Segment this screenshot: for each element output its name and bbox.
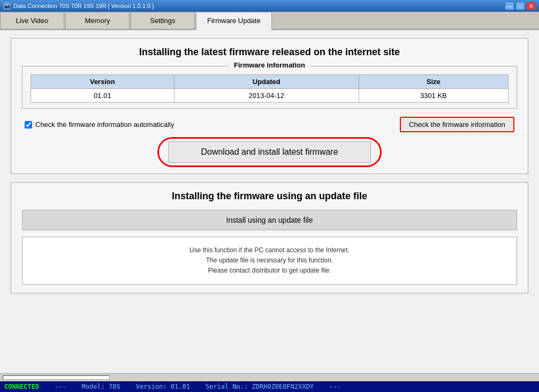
col-header-version: Version xyxy=(31,75,174,89)
cell-updated: 2013-04-12 xyxy=(174,89,359,103)
tab-settings[interactable]: Settings xyxy=(131,12,195,29)
status-separator2 xyxy=(317,383,325,390)
section-update-file: Installing the firmware using an update … xyxy=(11,182,528,293)
title-bar: 📷 Data Connection 70S 70R 19S 19R [ Vers… xyxy=(0,0,539,12)
info-line-2: The update file is necessary for this fu… xyxy=(31,255,508,266)
status-model-label: Model: 70S xyxy=(82,383,120,390)
info-line-3: Please contact distributor to get update… xyxy=(31,266,508,276)
tab-memory[interactable]: Memory xyxy=(65,12,130,29)
col-header-size: Size xyxy=(359,75,508,89)
title-bar-text: Data Connection 70S 70R 19S 19R [ Versio… xyxy=(13,3,505,9)
firmware-info-legend: Firmware information xyxy=(229,61,310,69)
download-btn-wrapper: Download and install latest firmware xyxy=(168,141,370,163)
status-model xyxy=(70,383,78,390)
tab-live-video[interactable]: Live Video xyxy=(0,12,64,29)
status-sep2: --- xyxy=(329,383,341,390)
status-bar: CONNECTED --- Model: 70S Version: 01.01 … xyxy=(0,373,539,392)
tabs-bar: Live Video Memory Settings Firmware Upda… xyxy=(0,12,539,30)
app-icon: 📷 xyxy=(3,2,11,10)
install-update-file-button[interactable]: Install using an update file xyxy=(22,210,517,230)
minimize-button[interactable]: — xyxy=(505,2,514,10)
firmware-info-group: Firmware information Version Updated Siz… xyxy=(22,66,517,109)
firmware-table: Version Updated Size 01.01 2013-04-12 33… xyxy=(31,74,508,103)
check-firmware-button[interactable]: Check the firmware information xyxy=(400,117,514,132)
table-row: 01.01 2013-04-12 3301 KB xyxy=(31,89,508,103)
maximize-button[interactable]: □ xyxy=(515,2,525,10)
auto-check-label[interactable]: Check the firmware information automatic… xyxy=(25,120,174,129)
status-sep1 xyxy=(43,383,50,390)
tab-firmware-update[interactable]: Firmware Update xyxy=(196,12,272,30)
close-button[interactable]: ✕ xyxy=(526,2,536,10)
col-header-updated: Updated xyxy=(174,75,359,89)
status-version: Version: 01.01 xyxy=(136,383,190,390)
status-serial: Serial No.: ZDRH0Z0E0FN2XXDY xyxy=(206,383,314,390)
section2-title: Installing the firmware using an update … xyxy=(22,191,517,202)
status-serial-label xyxy=(194,383,201,390)
download-btn-container: Download and install latest firmware xyxy=(22,139,517,165)
auto-check-checkbox[interactable] xyxy=(25,121,32,129)
title-bar-buttons: — □ ✕ xyxy=(505,2,536,10)
status-version-label xyxy=(124,383,132,390)
section1-title: Installing the latest firmware released … xyxy=(22,47,517,58)
checkbox-row: Check the firmware information automatic… xyxy=(22,117,517,132)
progress-bar xyxy=(3,375,110,380)
cell-version: 01.01 xyxy=(31,89,174,103)
connected-status: CONNECTED xyxy=(4,383,39,390)
info-line-1: Use this function if the PC cannot acces… xyxy=(31,245,508,255)
info-box: Use this function if the PC cannot acces… xyxy=(22,237,517,285)
status-separator1: --- xyxy=(55,383,66,390)
section-internet-firmware: Installing the latest firmware released … xyxy=(11,38,528,174)
download-install-button[interactable]: Download and install latest firmware xyxy=(168,141,370,163)
main-content: Installing the latest firmware released … xyxy=(0,30,539,373)
cell-size: 3301 KB xyxy=(359,89,508,103)
status-bar-text: CONNECTED --- Model: 70S Version: 01.01 … xyxy=(0,381,539,392)
